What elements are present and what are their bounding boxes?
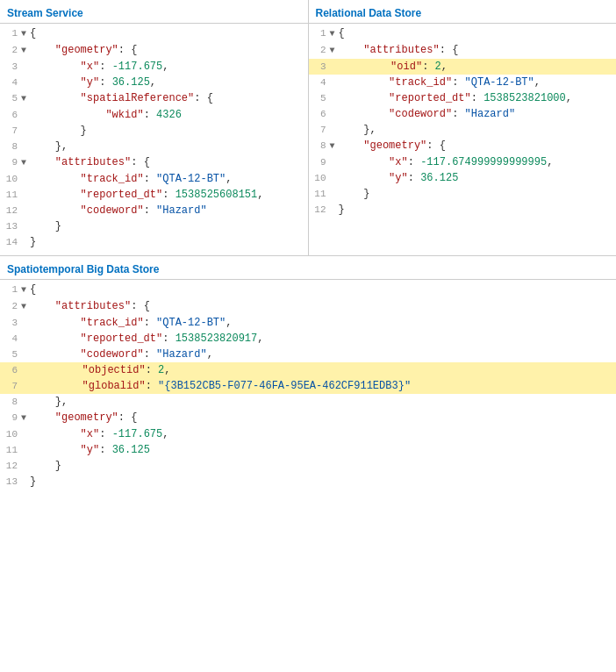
code-line: 1▼{ — [0, 25, 308, 42]
line-number: 10 — [309, 170, 330, 186]
code-line: 2▼ "attributes": { — [0, 298, 616, 315]
line-content: "reported_dt": 1538525608151, — [30, 187, 308, 203]
line-number: 11 — [309, 186, 330, 202]
code-line: 13 } — [0, 218, 308, 234]
code-line: 3 "track_id": "QTA-12-BT", — [0, 315, 616, 331]
line-number: 1 — [309, 25, 330, 41]
line-content: "x": -117.675, — [30, 426, 616, 442]
line-content: } — [30, 474, 616, 490]
code-line: 6 "codeword": "Hazard" — [309, 106, 617, 122]
line-number: 2 — [0, 298, 21, 314]
relational-title: Relational Data Store — [309, 5, 617, 24]
line-number: 7 — [309, 122, 330, 138]
line-content: "geometry": { — [339, 138, 617, 154]
line-content: "globalid": "{3B152CB5-F077-46FA-95EA-46… — [30, 378, 616, 394]
collapse-arrow[interactable]: ▼ — [330, 139, 339, 154]
code-line: 12} — [309, 202, 617, 218]
line-number: 6 — [0, 362, 21, 378]
line-number: 9 — [0, 410, 21, 425]
code-line: 9▼ "attributes": { — [0, 154, 308, 171]
line-number: 8 — [0, 394, 21, 410]
line-content: "wkid": 4326 — [30, 107, 308, 123]
code-line: 5▼ "spatialReference": { — [0, 90, 308, 107]
code-line: 5 "codeword": "Hazard", — [0, 347, 616, 362]
stream-service-title: Stream Service — [0, 5, 308, 24]
line-content: "attributes": { — [30, 298, 616, 314]
line-content: "y": 36.125 — [339, 170, 617, 186]
line-number: 7 — [0, 378, 21, 394]
line-number: 1 — [0, 282, 21, 297]
line-content: { — [30, 282, 616, 297]
line-content: "oid": 2, — [339, 59, 617, 75]
collapse-arrow[interactable]: ▼ — [21, 282, 30, 298]
line-content: "reported_dt": 1538523821000, — [339, 90, 617, 106]
line-content: } — [339, 186, 617, 202]
line-content: "attributes": { — [30, 154, 308, 170]
code-line: 12 } — [0, 458, 616, 474]
line-number: 3 — [0, 59, 21, 75]
collapse-arrow[interactable]: ▼ — [21, 411, 30, 426]
line-number: 13 — [0, 474, 21, 490]
code-line: 3 "x": -117.675, — [0, 59, 308, 75]
collapse-arrow[interactable]: ▼ — [21, 43, 30, 59]
line-number: 11 — [0, 187, 21, 203]
code-line: 4 "y": 36.125, — [0, 75, 308, 90]
line-number: 10 — [0, 426, 21, 442]
line-number: 6 — [309, 106, 330, 122]
line-content: "y": 36.125 — [30, 442, 616, 458]
collapse-arrow[interactable]: ▼ — [330, 43, 339, 59]
line-content: }, — [30, 394, 616, 410]
code-line: 1▼{ — [309, 25, 617, 42]
stream-service-code: 1▼{2▼ "geometry": {3 "x": -117.675,4 "y"… — [0, 25, 308, 250]
line-number: 4 — [0, 75, 21, 90]
line-number: 5 — [0, 90, 21, 106]
line-number: 2 — [309, 42, 330, 58]
code-line: 2▼ "attributes": { — [309, 42, 617, 59]
code-line: 5 "reported_dt": 1538523821000, — [309, 90, 617, 106]
line-content: "objectid": 2, — [30, 362, 616, 378]
code-line: 13} — [0, 474, 616, 490]
collapse-arrow[interactable]: ▼ — [21, 91, 30, 107]
code-line: 7 "globalid": "{3B152CB5-F077-46FA-95EA-… — [0, 378, 616, 394]
line-number: 1 — [0, 25, 21, 41]
line-content: { — [30, 25, 308, 41]
code-line: 11 "y": 36.125 — [0, 442, 616, 458]
line-number: 4 — [0, 331, 21, 347]
line-content: "spatialReference": { — [30, 90, 308, 106]
spatiotemporal-panel: Spatiotemporal Big Data Store 1▼{2▼ "att… — [0, 256, 616, 495]
line-content: "x": -117.674999999999995, — [339, 154, 617, 170]
code-line: 11 "reported_dt": 1538525608151, — [0, 187, 308, 203]
code-line: 8 }, — [0, 139, 308, 154]
line-content: } — [339, 202, 617, 218]
line-content: } — [30, 123, 308, 139]
line-number: 12 — [0, 458, 21, 474]
code-line: 7 } — [0, 123, 308, 139]
code-line: 4 "reported_dt": 1538523820917, — [0, 331, 616, 347]
collapse-arrow[interactable]: ▼ — [21, 155, 30, 171]
code-line: 4 "track_id": "QTA-12-BT", — [309, 75, 617, 90]
line-number: 11 — [0, 442, 21, 458]
line-content: { — [339, 25, 617, 41]
line-content: "y": 36.125, — [30, 75, 308, 90]
code-line: 10 "track_id": "QTA-12-BT", — [0, 171, 308, 187]
code-line: 3 "oid": 2, — [309, 59, 617, 75]
line-number: 2 — [0, 42, 21, 58]
line-number: 7 — [0, 123, 21, 139]
collapse-arrow[interactable]: ▼ — [330, 26, 339, 42]
line-number: 9 — [309, 154, 330, 170]
line-number: 5 — [0, 347, 21, 362]
collapse-arrow[interactable]: ▼ — [21, 299, 30, 315]
line-content: }, — [339, 122, 617, 138]
line-content: "codeword": "Hazard" — [30, 203, 308, 218]
line-content: "track_id": "QTA-12-BT", — [30, 315, 616, 331]
line-content: } — [30, 458, 616, 474]
line-content: "x": -117.675, — [30, 59, 308, 75]
collapse-arrow[interactable]: ▼ — [21, 26, 30, 42]
code-line: 10 "x": -117.675, — [0, 426, 616, 442]
line-content: "codeword": "Hazard", — [30, 347, 616, 362]
line-content: "geometry": { — [30, 42, 308, 58]
line-content: "reported_dt": 1538523820917, — [30, 331, 616, 347]
line-number: 5 — [309, 90, 330, 106]
line-number: 14 — [0, 234, 21, 250]
relational-panel: Relational Data Store 1▼{2▼ "attributes"… — [309, 0, 617, 255]
